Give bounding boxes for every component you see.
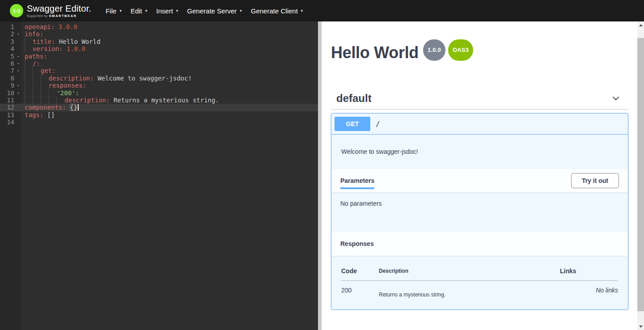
version-badge: 1.0.0	[423, 39, 445, 61]
chevron-down-icon[interactable]	[611, 94, 620, 103]
navbar: {⋯} Swagger Editor. Supported bySMARTBEA…	[0, 0, 644, 21]
menu-generate-server[interactable]: Generate Server▾	[182, 1, 246, 21]
opblock-get: GET / Welcome to swagger-jsdoc! Paramete…	[331, 113, 628, 310]
response-description: Returns a mysterious string.	[379, 281, 560, 298]
menu-file[interactable]: File▾	[101, 1, 126, 21]
tab-parameters[interactable]: Parameters	[340, 169, 374, 189]
scroll-down-arrow[interactable]	[637, 323, 644, 330]
responses-table-wrapper: Code Description Links 200 Returns a mys…	[331, 256, 628, 298]
menu-bar: File▾ Edit▾ Insert▾ Generate Server▾ Gen…	[101, 1, 307, 21]
operation-description: Welcome to swagger-jsdoc!	[331, 135, 628, 169]
chevron-down-icon: ▾	[301, 8, 303, 13]
operation-summary[interactable]: GET /	[331, 114, 628, 135]
chevron-down-icon: ▾	[240, 8, 242, 13]
no-parameters-message: No parameters	[331, 192, 628, 232]
text-cursor	[78, 104, 79, 110]
menu-generate-client[interactable]: Generate Client▾	[246, 1, 308, 21]
editor-line: 1openapi: 3.0.0	[0, 23, 318, 30]
editor-line: 4 version: 1.0.0	[0, 45, 318, 52]
editor-line: 2▾info:	[0, 30, 318, 38]
try-it-out-button[interactable]: Try it out	[571, 173, 619, 188]
response-links: No links	[560, 281, 618, 298]
tag-section-default[interactable]: default	[331, 88, 628, 110]
responses-header: Responses	[331, 232, 628, 256]
editor-line: 14	[0, 118, 318, 126]
menu-insert[interactable]: Insert▾	[152, 1, 182, 21]
table-row: 200 Returns a mysterious string. No link…	[341, 281, 618, 298]
editor-line: 8 description: Welcome to swagger-jsdoc!	[0, 75, 318, 82]
api-title: Hello World1.0.0OAS3	[331, 39, 628, 62]
editor-line: 12components: {}	[0, 104, 318, 111]
fold-toggle-icon[interactable]: ▾	[15, 67, 21, 74]
scrollbar-thumb[interactable]	[637, 38, 644, 311]
menu-edit[interactable]: Edit▾	[126, 1, 152, 21]
fold-toggle-icon[interactable]: ▾	[15, 60, 21, 67]
editor-line: 5▾paths:	[0, 53, 318, 60]
chevron-down-icon: ▾	[119, 8, 122, 13]
get-method-badge: GET	[335, 117, 370, 131]
brand-title: Swagger Editor.	[27, 4, 91, 13]
swagger-ui-panel: Hello World1.0.0OAS3 default GET / Welco…	[322, 21, 637, 330]
swagger-editor-brand[interactable]: {⋯} Swagger Editor. Supported bySMARTBEA…	[10, 4, 91, 18]
oas3-badge: OAS3	[448, 39, 473, 61]
fold-toggle-icon[interactable]: ▾	[15, 30, 21, 38]
responses-col-code: Code	[341, 267, 379, 281]
vertical-scrollbar[interactable]	[637, 21, 644, 330]
chevron-down-icon: ▾	[176, 8, 178, 13]
editor-line: 3 title: Hello World	[0, 38, 318, 45]
editor-line: 7▾ get:	[0, 67, 318, 74]
editor-line: 6▾ /:	[0, 60, 318, 67]
pane-resize-handle[interactable]	[318, 21, 322, 330]
editor-line: 13tags: []	[0, 111, 318, 118]
operation-path: /	[376, 120, 380, 128]
scroll-up-arrow[interactable]	[637, 21, 644, 29]
editor-line: 11 description: Returns a mysterious str…	[0, 97, 318, 104]
parameters-header: Parameters Try it out	[331, 169, 628, 192]
responses-col-links: Links	[560, 267, 618, 281]
fold-toggle-icon[interactable]: ▾	[15, 82, 21, 89]
editor-line: 10▾ '200':	[0, 89, 318, 97]
code-editor[interactable]: 1openapi: 3.0.02▾info:3 title: Hello Wor…	[0, 21, 318, 330]
fold-toggle-icon[interactable]: ▾	[15, 53, 21, 60]
swagger-logo-icon: {⋯}	[10, 4, 23, 17]
tag-title: default	[336, 92, 372, 105]
editor-line: 9▾ responses:	[0, 82, 318, 89]
brand-subtitle: Supported bySMARTBEAR	[27, 14, 91, 18]
chevron-down-icon: ▾	[145, 8, 148, 13]
fold-toggle-icon[interactable]: ▾	[15, 89, 21, 97]
responses-col-description: Description	[379, 267, 560, 281]
responses-table: Code Description Links 200 Returns a mys…	[341, 267, 618, 298]
response-code: 200	[341, 281, 379, 298]
